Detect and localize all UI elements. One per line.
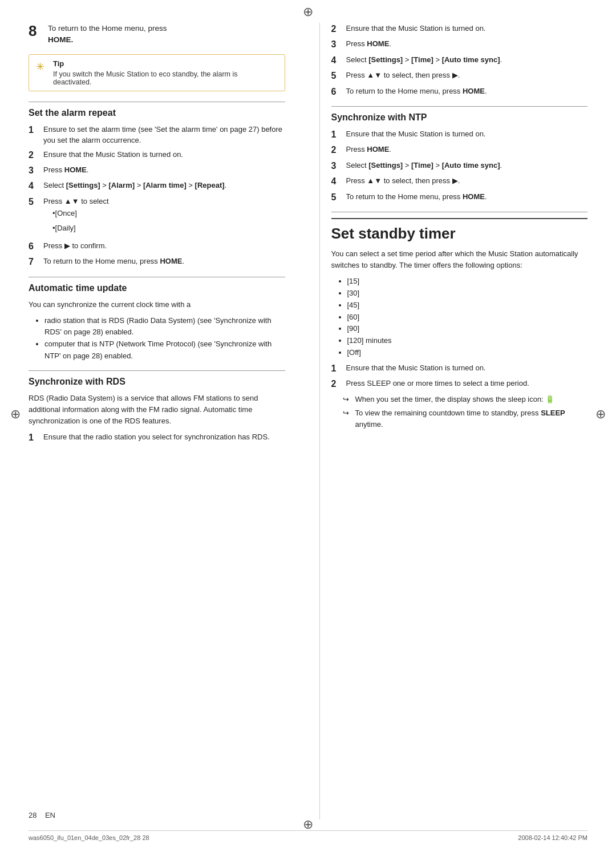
standby-step-2-text: Press SLEEP one or more times to select … <box>346 378 588 389</box>
divider-5 <box>331 212 588 212</box>
rds-r-step-4-num: 4 <box>331 54 344 67</box>
alarm-step-5-num: 5 <box>29 196 41 208</box>
tip-icon: ✳ <box>36 60 48 73</box>
option-off: [Off] <box>347 347 588 359</box>
ntp-step-1: 1 Ensure that the Music Station is turne… <box>331 128 588 141</box>
standby-step-1-num: 1 <box>331 362 344 375</box>
auto-time-body: You can synchronize the current clock ti… <box>29 299 285 310</box>
standby-step-1: 1 Ensure that the Music Station is turne… <box>331 362 588 375</box>
alarm-step-7-text: To return to the Home menu, press HOME. <box>43 256 285 267</box>
sync-ntp-title: Synchronize with NTP <box>331 112 588 123</box>
alarm-step-6-num: 6 <box>29 240 41 253</box>
step-8-row: 8 To return to the Home menu, press HOME… <box>29 23 285 46</box>
standby-arrow-2: ↪ To view the remaining countdown time t… <box>343 407 588 430</box>
rds-r-step-2-text: Ensure that the Music Station is turned … <box>346 23 588 34</box>
standby-title: Set standby timer <box>331 218 588 243</box>
option-15: [15] <box>347 276 588 288</box>
ntp-step-3: 3 Select [Settings] > [Time] > [Auto tim… <box>331 160 588 172</box>
footer: was6050_ifu_01en_04de_03es_02fr_28 28 20… <box>29 830 587 841</box>
footer-date: 2008-02-14 12:40:42 PM <box>518 834 587 841</box>
option-30: [30] <box>347 288 588 300</box>
alarm-step-3: 3 Press HOME. <box>29 164 285 177</box>
alarm-step-2-text: Ensure that the Music Station is turned … <box>43 149 285 160</box>
auto-time-bullets: radio station that is RDS (Radio Data Sy… <box>29 315 285 362</box>
sync-rds-body: RDS (Radio Data System) is a service tha… <box>29 393 285 427</box>
alarm-step-6: 6 Press ▶ to confirm. <box>29 240 285 253</box>
divider-2 <box>29 277 285 277</box>
alarm-step-5: 5 Press ▲▼ to select [Once] [Daily] <box>29 196 285 237</box>
sync-rds-continuation: 2 Ensure that the Music Station is turne… <box>331 23 588 98</box>
divider-4 <box>331 106 588 107</box>
ntp-step-2-num: 2 <box>331 144 344 156</box>
standby-step-2-num: 2 <box>331 378 344 390</box>
ntp-step-4-text: Press ▲▼ to select, then press ▶. <box>346 175 588 187</box>
sync-rds-step-1: 1 Ensure that the radio station you sele… <box>29 431 285 444</box>
alarm-step-7-num: 7 <box>29 256 41 268</box>
option-90: [90] <box>347 323 588 335</box>
arrow-1-symbol: ↪ <box>343 394 355 405</box>
section-8: 8 To return to the Home menu, press HOME… <box>29 23 285 46</box>
alarm-step-5-text: Press ▲▼ to select [Once] [Daily] <box>43 196 285 237</box>
left-compass-icon: ⊕ <box>10 407 21 422</box>
ntp-step-3-num: 3 <box>331 160 344 172</box>
tip-text: If you switch the Music Station to eco s… <box>53 70 278 86</box>
ntp-step-1-num: 1 <box>331 128 344 141</box>
rds-r-step-6: 6 To return to the Home menu, press HOME… <box>331 86 588 98</box>
bullet-once: [Once] <box>52 208 285 220</box>
standby-arrow-1: ↪ When you set the timer, the display sh… <box>343 394 588 405</box>
sync-ntp-steps: 1 Ensure that the Music Station is turne… <box>331 128 588 204</box>
page-number: 28 <box>29 811 37 819</box>
sync-rds-step-1-num: 1 <box>29 431 41 444</box>
alarm-step-4-text: Select [Settings] > [Alarm] > [Alarm tim… <box>43 180 285 191</box>
alarm-step-6-text: Press ▶ to confirm. <box>43 240 285 252</box>
right-compass-icon: ⊕ <box>595 407 606 422</box>
divider-1 <box>29 102 285 102</box>
content-area: 8 To return to the Home menu, press HOME… <box>29 23 587 819</box>
auto-time-title: Automatic time update <box>29 283 285 293</box>
page-number-area: 28 EN <box>29 811 55 819</box>
auto-time-bullet-1: radio station that is RDS (Radio Data Sy… <box>44 315 285 339</box>
divider-3 <box>29 370 285 371</box>
rds-r-step-2-num: 2 <box>331 23 344 35</box>
rds-r-step-6-num: 6 <box>331 86 344 98</box>
bullet-daily: [Daily] <box>52 223 285 235</box>
alarm-step-4: 4 Select [Settings] > [Alarm] > [Alarm t… <box>29 180 285 192</box>
sync-rds-step-1-text: Ensure that the radio station you select… <box>43 431 285 443</box>
step-8-home: HOME. <box>48 35 73 44</box>
standby-step-1-text: Ensure that the Music Station is turned … <box>346 362 588 374</box>
rds-r-step-4-text: Select [Settings] > [Time] > [Auto time … <box>346 54 588 66</box>
rds-r-step-6-text: To return to the Home menu, press HOME. <box>346 86 588 97</box>
ntp-step-2-text: Press HOME. <box>346 144 588 155</box>
option-60: [60] <box>347 312 588 324</box>
standby-step-2: 2 Press SLEEP one or more times to selec… <box>331 378 588 390</box>
alarm-step-4-num: 4 <box>29 180 41 192</box>
arrow-2-symbol: ↪ <box>343 407 355 419</box>
alarm-step-3-num: 3 <box>29 164 41 177</box>
sync-rds-title: Synchronize with RDS <box>29 377 285 387</box>
ntp-step-5: 5 To return to the Home menu, press HOME… <box>331 191 588 204</box>
left-column: 8 To return to the Home menu, press HOME… <box>29 23 297 819</box>
alarm-step-1-num: 1 <box>29 124 41 136</box>
rds-r-step-4: 4 Select [Settings] > [Time] > [Auto tim… <box>331 54 588 67</box>
alarm-step-7: 7 To return to the Home menu, press HOME… <box>29 256 285 268</box>
standby-options: [15] [30] [45] [60] [90] [120] minutes [… <box>331 276 588 359</box>
ntp-step-5-num: 5 <box>331 191 344 204</box>
standby-section: Set standby timer You can select a set t… <box>331 212 588 430</box>
rds-r-step-5-num: 5 <box>331 70 344 82</box>
alarm-step-1-text: Ensure to set the alarm time (see 'Set t… <box>43 124 285 146</box>
page-lang: EN <box>45 811 55 819</box>
alarm-step-2: 2 Ensure that the Music Station is turne… <box>29 149 285 161</box>
option-120: [120] minutes <box>347 335 588 347</box>
alarm-step-5-bullets: [Once] [Daily] <box>43 208 285 235</box>
alarm-step-1: 1 Ensure to set the alarm time (see 'Set… <box>29 124 285 146</box>
arrow-1-text: When you set the timer, the display show… <box>355 394 555 405</box>
arrow-2-text: To view the remaining countdown time to … <box>355 407 588 430</box>
step-8-number: 8 <box>29 23 44 39</box>
tip-content: Tip If you switch the Music Station to e… <box>53 59 278 86</box>
alarm-repeat-title: Set the alarm repeat <box>29 108 285 118</box>
auto-time-bullet-2: computer that is NTP (Network Time Proto… <box>44 338 285 362</box>
ntp-step-4-num: 4 <box>331 175 344 188</box>
option-45: [45] <box>347 300 588 312</box>
rds-r-step-5: 5 Press ▲▼ to select, then press ▶. <box>331 70 588 82</box>
rds-r-step-2: 2 Ensure that the Music Station is turne… <box>331 23 588 35</box>
